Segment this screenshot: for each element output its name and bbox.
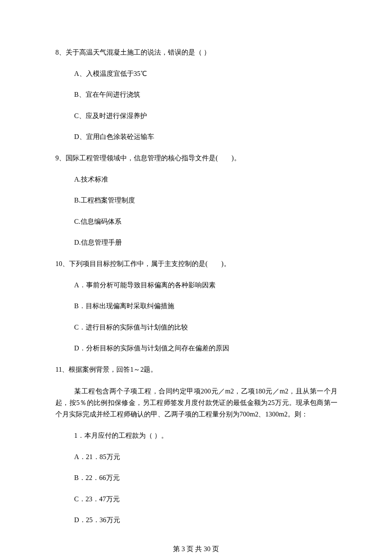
question-9-option-b: B.工程档案管理制度	[55, 195, 337, 206]
question-10-option-a: A．事前分析可能导致目标偏离的各种影响因素	[55, 280, 337, 291]
question-10-option-b: B．目标出现偏离时采取纠偏措施	[55, 301, 337, 312]
question-11-paragraph: 某工程包含两个子项工程，合同约定甲项200元／m2，乙项180元／m2，且从第一…	[55, 385, 337, 420]
question-10-stem: 10、下列项目目标控制工作中，属于主支控制的是( )。	[55, 258, 337, 269]
question-8-option-c: C、应及时进行保湿养护	[55, 110, 337, 121]
question-9-option-a: A.技术标准	[55, 174, 337, 185]
question-11-sub1-option-c: C．23．47万元	[55, 494, 337, 505]
question-10-option-c: C．进行目标的实际值与计划值的比较	[55, 322, 337, 333]
page-footer: 第 3 页 共 30 页	[0, 545, 392, 554]
question-8-option-d: D、宜用白色涂装砼运输车	[55, 131, 337, 142]
question-8-stem: 8、关于高温天气混凝土施工的说法，错误的是（ ）	[55, 47, 337, 58]
question-9-stem: 9、国际工程管理领域中，信息管理的核心指导文件是( )。	[55, 153, 337, 164]
question-11-sub1-option-a: A．21．85万元	[55, 451, 337, 462]
question-11-sub1-option-b: B．22．66万元	[55, 472, 337, 483]
question-9-option-d: D.信息管理手册	[55, 237, 337, 248]
question-9-option-c: C.信息编码体系	[55, 216, 337, 227]
question-11-sub1: 1．本月应付的工程款为（ ）。	[55, 430, 337, 441]
question-8-option-a: A、入模温度宜低于35℃	[55, 68, 337, 79]
question-11-sub1-option-d: D．25．36万元	[55, 515, 337, 526]
question-8-option-b: B、宜在午间进行浇筑	[55, 89, 337, 100]
question-11-stem: 11、根据案例背景，回答1～2题。	[55, 364, 337, 375]
document-page: 8、关于高温天气混凝土施工的说法，错误的是（ ） A、入模温度宜低于35℃ B、…	[0, 0, 392, 555]
question-10-option-d: D．分析目标的实际值与计划值之间存在偏差的原因	[55, 343, 337, 354]
question-11-paragraph-text: 某工程包含两个子项工程，合同约定甲项200元／m2，乙项180元／m2，且从第一…	[55, 387, 337, 418]
